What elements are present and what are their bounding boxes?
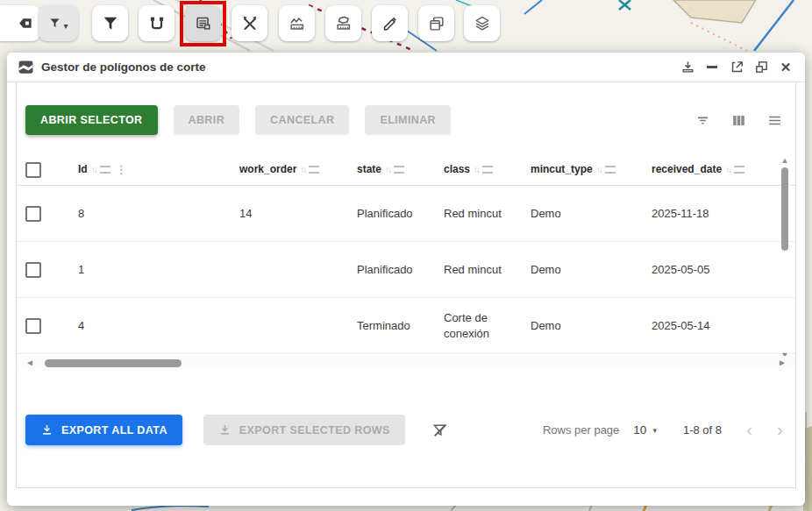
filter-tool-button[interactable] [92, 5, 128, 41]
cell-class: Corte de conexión [436, 310, 524, 341]
pencil-icon [381, 14, 400, 33]
filter-equals-icon[interactable] [605, 166, 616, 174]
cell-class: Red mincut [436, 262, 524, 278]
scroll-left-icon[interactable]: ◄ [25, 358, 34, 367]
sort-icon[interactable]: ↑↓ [725, 164, 730, 176]
filter-list-icon[interactable] [694, 112, 711, 129]
download-icon [218, 423, 231, 436]
horizontal-scrollbar-thumb[interactable] [45, 359, 182, 367]
download-icon[interactable] [679, 59, 696, 76]
cell-mincut-type: Demo [524, 318, 645, 334]
sort-icon[interactable]: ↑↓ [385, 164, 390, 176]
export-selected-button[interactable]: EXPORT SELECTED ROWS [203, 415, 405, 445]
cell-mincut-type: Demo [524, 262, 645, 278]
table-manager-icon [194, 14, 213, 33]
tag-tool-button[interactable] [0, 5, 40, 41]
close-icon[interactable]: ✕ [777, 59, 794, 76]
filter-dropdown-button[interactable]: ▾ [39, 5, 78, 41]
table-row[interactable]: 4 Terminado Corte de conexión Demo 2025-… [17, 298, 795, 354]
menu-icon[interactable] [766, 112, 783, 129]
sort-icon[interactable]: ↑↓ [474, 164, 479, 176]
col-class: class [444, 162, 470, 176]
polygon-select-tool-button[interactable] [139, 5, 175, 41]
filter-equals-icon[interactable] [309, 166, 319, 174]
actions-row: ABRIR SELECTOR ABRIR CANCELAR ELIMINAR [17, 82, 795, 135]
open-button[interactable]: ABRIR [174, 105, 240, 135]
edit-tool-button[interactable] [372, 5, 408, 41]
duplicate-icon [427, 14, 446, 33]
rows-per-page-value[interactable]: 10 [633, 423, 646, 436]
open-selector-button[interactable]: ABRIR SELECTOR [25, 105, 158, 135]
horizontal-scrollbar[interactable]: ◄ ► [17, 356, 795, 371]
dialog-header: Gestor de polígonos de corte ✕ [7, 53, 805, 82]
scroll-right-icon[interactable]: ► [778, 358, 787, 367]
column-menu-icon[interactable]: ⋮ [116, 162, 127, 178]
filter-equals-icon[interactable] [734, 166, 744, 174]
export-all-button[interactable]: EXPORT ALL DATA [25, 415, 182, 445]
row-checkbox[interactable] [25, 206, 41, 222]
cell-state: Terminado [348, 318, 436, 334]
row-checkbox[interactable] [25, 262, 41, 278]
cell-class: Red mincut [436, 206, 524, 222]
dialog-title: Gestor de polígonos de corte [41, 60, 206, 74]
sort-icon[interactable]: ↑↓ [596, 164, 602, 176]
cell-id: 4 [66, 318, 217, 334]
tools-icon [240, 14, 260, 33]
area-measure-icon [334, 14, 353, 33]
cell-received-date: 2025-05-14 [645, 318, 785, 334]
vertical-scrollbar[interactable]: ▲ ▼ [780, 156, 790, 359]
pagination-range: 1-8 of 8 [683, 423, 722, 436]
filter-equals-icon[interactable] [100, 166, 110, 174]
sort-icon[interactable]: ↑↓ [300, 164, 305, 176]
cell-state: Planificado [348, 262, 436, 278]
table-row[interactable]: 1 Planificado Red mincut Demo 2025-05-05 [17, 242, 795, 298]
select-all-checkbox[interactable] [25, 162, 41, 178]
download-icon [40, 423, 53, 436]
filter-equals-icon[interactable] [482, 166, 493, 174]
cell-state: Planificado [348, 206, 436, 222]
row-checkbox[interactable] [25, 318, 41, 334]
sort-icon[interactable]: ↑↓ [91, 164, 96, 176]
col-id: Id [78, 162, 88, 176]
table-row[interactable]: 8 14 Planificado Red mincut Demo 2025-11… [17, 186, 795, 242]
cell-received-date: 2025-05-05 [645, 262, 785, 278]
area-measure-tool-button[interactable] [325, 5, 361, 41]
prev-page-button[interactable]: ‹ [746, 420, 752, 441]
filter-icon [48, 17, 61, 30]
toolbox-tool-button[interactable] [231, 5, 267, 41]
duplicate-tool-button[interactable] [418, 5, 454, 41]
polygon-select-icon [147, 14, 167, 33]
scroll-up-icon[interactable]: ▲ [780, 156, 790, 165]
next-page-button[interactable]: › [777, 420, 783, 441]
export-all-label: EXPORT ALL DATA [61, 424, 167, 436]
restore-copy-icon[interactable] [752, 59, 770, 76]
col-state: state [357, 162, 381, 176]
export-selected-label: EXPORT SELECTED ROWS [239, 424, 390, 436]
filter-equals-icon[interactable] [394, 166, 404, 174]
dialog-mincut-icon [18, 59, 34, 75]
open-in-new-icon[interactable] [728, 59, 745, 76]
clear-filters-icon[interactable] [431, 422, 449, 439]
cell-id: 1 [66, 262, 217, 278]
table-footer: EXPORT ALL DATA EXPORT SELECTED ROWS Row… [17, 415, 795, 445]
caret-down-icon[interactable]: ▾ [652, 426, 657, 435]
mincut-manager-tool-button[interactable] [185, 5, 221, 41]
table-header-row: Id↑↓⋮ work_order↑↓ state↑↓ class↑↓ mincu… [17, 154, 795, 186]
mincut-manager-dialog: Gestor de polígonos de corte ✕ ABRIR SEL… [7, 53, 805, 506]
cancel-button[interactable]: CANCELAR [255, 105, 349, 135]
tag-icon [17, 15, 33, 32]
col-received-date: received_date [652, 162, 722, 176]
minimize-icon[interactable] [703, 59, 721, 76]
layers-tool-button[interactable] [464, 5, 500, 41]
profile-measure-icon [288, 14, 307, 33]
profile-measure-tool-button[interactable] [279, 5, 315, 41]
columns-icon[interactable] [730, 112, 747, 129]
funnel-icon [101, 14, 120, 33]
cell-received-date: 2025-11-18 [645, 206, 785, 222]
dialog-body: ABRIR SELECTOR ABRIR CANCELAR ELIMINAR [16, 82, 796, 488]
rows-per-page-label: Rows per page [543, 423, 619, 436]
col-work-order: work_order [239, 162, 296, 176]
layers-icon [473, 14, 492, 33]
vertical-scrollbar-thumb[interactable] [781, 167, 788, 251]
delete-button[interactable]: ELIMINAR [365, 105, 451, 135]
